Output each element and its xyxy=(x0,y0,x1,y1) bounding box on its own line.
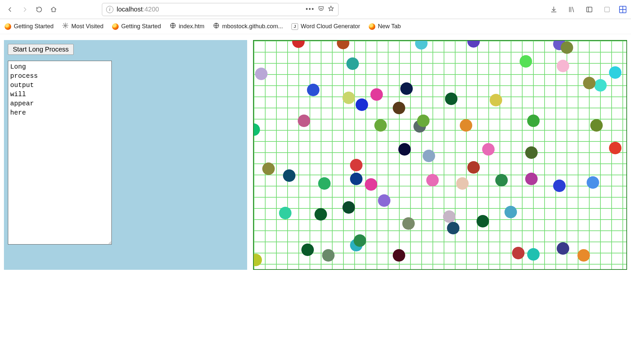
globe-icon xyxy=(170,22,176,31)
data-point xyxy=(495,174,508,186)
data-point xyxy=(370,88,383,101)
data-point xyxy=(609,142,621,154)
bookmark-label: Getting Started xyxy=(14,23,54,30)
data-point xyxy=(342,201,355,214)
data-point xyxy=(400,82,413,95)
data-point xyxy=(527,115,540,127)
data-point xyxy=(315,208,327,221)
j-icon: J xyxy=(292,23,298,30)
bookmark-item[interactable]: Getting Started xyxy=(112,23,161,30)
url-host: localhost xyxy=(117,6,143,13)
data-point xyxy=(520,55,532,68)
visualization-grid xyxy=(253,40,627,270)
bookmark-label: New Tab xyxy=(378,23,401,30)
home-button[interactable] xyxy=(48,4,59,15)
downloads-icon[interactable] xyxy=(548,4,559,15)
firefox-icon xyxy=(5,23,11,30)
data-point xyxy=(415,40,428,50)
extension-slot-icon xyxy=(601,4,613,15)
data-point xyxy=(350,159,362,171)
bookmark-label: mbostock.github.com... xyxy=(222,23,283,30)
process-output-textarea[interactable] xyxy=(8,61,112,245)
page-content: Start Long Process xyxy=(0,34,631,276)
data-point xyxy=(504,206,517,218)
bookmark-item[interactable]: mbostock.github.com... xyxy=(213,22,283,31)
data-point xyxy=(445,93,457,105)
globe-icon xyxy=(213,22,220,31)
data-point xyxy=(525,146,538,159)
data-point xyxy=(292,40,305,48)
data-point xyxy=(561,41,573,54)
data-point xyxy=(262,162,275,175)
data-point xyxy=(350,173,362,185)
bookmark-item[interactable]: JWord Cloud Generator xyxy=(292,23,360,30)
data-point xyxy=(393,249,405,262)
data-point xyxy=(322,249,335,262)
svg-point-2 xyxy=(65,25,66,27)
extension-grid-icon[interactable] xyxy=(619,6,626,13)
data-point xyxy=(456,177,469,190)
firefox-icon xyxy=(369,23,375,30)
bookmark-star-icon[interactable] xyxy=(328,5,334,13)
bookmarks-bar: Getting StartedMost VisitedGetting Start… xyxy=(0,19,631,34)
sidebar-toggle-icon[interactable] xyxy=(584,4,595,15)
bookmark-item[interactable]: New Tab xyxy=(369,23,401,30)
data-point xyxy=(590,119,603,132)
data-point xyxy=(342,92,355,104)
data-point xyxy=(255,68,268,80)
gear-icon xyxy=(62,22,69,31)
url-text: localhost:4200 xyxy=(117,6,302,13)
data-point xyxy=(490,94,502,106)
pocket-icon[interactable] xyxy=(318,5,324,13)
url-bar[interactable]: i localhost:4200 ••• xyxy=(102,3,339,16)
svg-rect-0 xyxy=(587,7,592,12)
data-point xyxy=(477,215,489,227)
back-button[interactable] xyxy=(5,4,16,15)
data-point xyxy=(443,210,456,223)
data-point xyxy=(460,119,472,132)
site-info-icon[interactable]: i xyxy=(106,6,113,13)
bookmark-label: index.htm xyxy=(179,23,204,30)
data-point xyxy=(587,176,599,189)
page-actions-icon[interactable]: ••• xyxy=(306,6,315,12)
data-point xyxy=(467,161,480,174)
bookmark-item[interactable]: Most Visited xyxy=(62,22,104,31)
data-point xyxy=(553,180,566,192)
data-point xyxy=(307,84,319,96)
data-point xyxy=(557,242,569,255)
data-point xyxy=(482,143,495,156)
browser-toolbar: i localhost:4200 ••• xyxy=(0,0,631,19)
data-point xyxy=(402,217,415,230)
data-point xyxy=(354,234,366,247)
data-point xyxy=(557,60,569,72)
library-icon[interactable] xyxy=(566,4,577,15)
url-port: :4200 xyxy=(143,6,159,13)
data-point xyxy=(512,247,525,259)
bookmark-item[interactable]: Getting Started xyxy=(5,23,54,30)
reload-button[interactable] xyxy=(34,4,45,15)
bookmark-label: Most Visited xyxy=(71,23,104,30)
data-point xyxy=(426,174,439,186)
data-point xyxy=(301,244,314,256)
data-point xyxy=(467,40,480,48)
data-point xyxy=(423,150,435,162)
data-point xyxy=(253,123,260,136)
data-point xyxy=(253,254,262,266)
data-point xyxy=(447,222,459,234)
data-point xyxy=(356,98,368,111)
data-point xyxy=(393,102,405,114)
data-point xyxy=(298,115,310,127)
data-point xyxy=(374,119,387,132)
data-point xyxy=(398,143,411,156)
bookmark-item[interactable]: index.htm xyxy=(170,22,204,31)
data-point xyxy=(346,57,359,70)
start-long-process-button[interactable]: Start Long Process xyxy=(8,44,74,55)
forward-button[interactable] xyxy=(19,4,30,15)
bookmark-label: Getting Started xyxy=(121,23,161,30)
svg-rect-1 xyxy=(605,7,610,12)
toolbar-right xyxy=(548,4,626,15)
data-point xyxy=(365,178,377,191)
data-point xyxy=(417,115,430,127)
firefox-icon xyxy=(112,23,119,30)
data-point xyxy=(525,173,538,185)
